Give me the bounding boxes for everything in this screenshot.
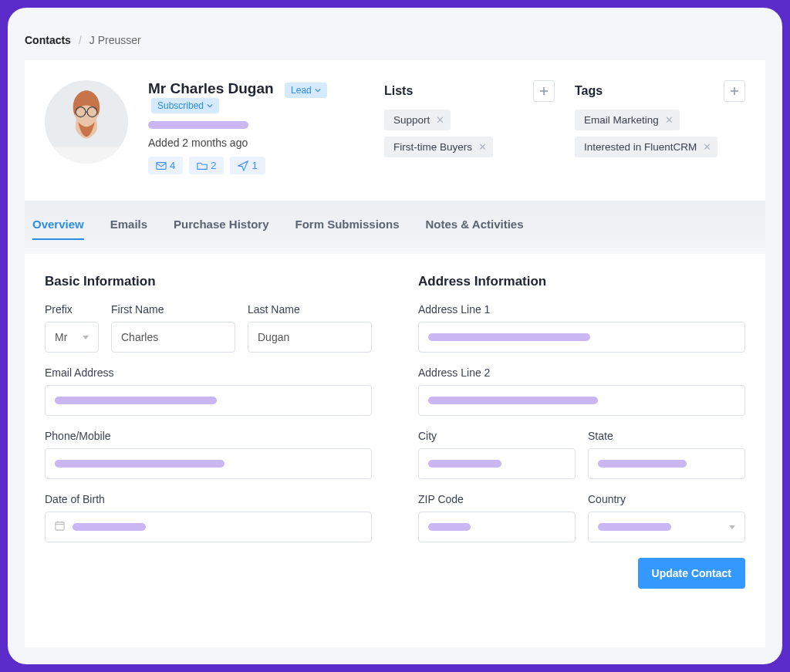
plus-icon: [730, 86, 739, 96]
tab-form-submissions[interactable]: Form Submissions: [295, 218, 399, 240]
avatar: [45, 80, 128, 164]
basic-info-heading: Basic Information: [45, 274, 372, 289]
remove-tag-icon[interactable]: ✕: [703, 141, 711, 153]
chevron-down-icon: [207, 103, 213, 109]
city-label: City: [418, 430, 576, 442]
form-panel: Basic Information Prefix Mr First Name C…: [25, 254, 765, 647]
country-label: Country: [588, 493, 745, 505]
contact-type-label: Lead: [291, 85, 312, 96]
contact-type-pill[interactable]: Lead: [285, 83, 327, 98]
state-input[interactable]: [588, 448, 745, 479]
stat-chips: 4 2 1: [148, 157, 364, 174]
email-value-placeholder: [55, 397, 217, 404]
country-value-placeholder: [598, 523, 671, 531]
last-name-label: Last Name: [248, 303, 372, 316]
list-tag: Support ✕: [384, 110, 451, 130]
tab-overview[interactable]: Overview: [32, 218, 84, 240]
email-label: Email Address: [45, 366, 372, 379]
address1-value-placeholder: [428, 333, 590, 341]
city-input[interactable]: [418, 448, 576, 479]
add-list-button[interactable]: [533, 80, 555, 102]
prefix-select[interactable]: Mr: [45, 322, 99, 353]
svg-rect-0: [53, 147, 120, 164]
dob-label: Date of Birth: [45, 493, 372, 505]
tags-heading: Tags: [575, 84, 603, 98]
address1-label: Address Line 1: [418, 303, 745, 316]
email-input[interactable]: [45, 385, 372, 416]
chevron-down-icon: [315, 87, 321, 93]
svg-rect-5: [56, 522, 64, 530]
dob-value-placeholder: [73, 523, 146, 531]
send-icon: [238, 160, 248, 171]
lists-section: Lists Support ✕ First-time Buyers ✕: [384, 80, 555, 174]
prefix-value: Mr: [55, 331, 67, 343]
lists-heading: Lists: [384, 84, 413, 98]
email-placeholder: [148, 121, 248, 129]
zip-value-placeholder: [428, 523, 471, 531]
calendar-icon: [55, 521, 65, 533]
list-label: First-time Buyers: [393, 141, 472, 153]
phone-input[interactable]: [45, 448, 372, 479]
list-tag: First-time Buyers ✕: [384, 137, 493, 157]
breadcrumb-current: J Preusser: [89, 34, 141, 46]
stat-folders[interactable]: 2: [189, 157, 224, 174]
address-info-heading: Address Information: [418, 274, 745, 289]
remove-tag-icon[interactable]: ✕: [665, 114, 674, 126]
stat-emails[interactable]: 4: [148, 157, 183, 174]
basic-info-section: Basic Information Prefix Mr First Name C…: [45, 274, 372, 589]
address1-input[interactable]: [418, 322, 745, 353]
first-name-value: Charles: [121, 331, 158, 343]
address2-input[interactable]: [418, 385, 745, 416]
phone-value-placeholder: [55, 460, 225, 468]
tag-label: Email Marketing: [584, 114, 659, 126]
list-label: Support: [393, 114, 430, 126]
avatar-illustration: [53, 80, 120, 164]
tag-label: Interested in FluentCRM: [584, 141, 697, 153]
contact-status-label: Subscribed: [157, 100, 204, 111]
last-name-input[interactable]: Dugan: [248, 322, 372, 353]
dob-input[interactable]: [45, 512, 372, 542]
breadcrumb-root[interactable]: Contacts: [25, 34, 71, 46]
state-value-placeholder: [598, 460, 687, 468]
tag-item: Email Marketing ✕: [575, 110, 680, 130]
tab-notes-activities[interactable]: Notes & Activities: [426, 218, 524, 240]
profile-summary: Mr Charles Dugan Lead Subscribed Added 2…: [148, 80, 364, 174]
address2-label: Address Line 2: [418, 366, 745, 379]
contact-header: Mr Charles Dugan Lead Subscribed Added 2…: [25, 60, 765, 201]
envelope-icon: [156, 160, 167, 171]
last-name-value: Dugan: [258, 331, 289, 343]
added-date: Added 2 months ago: [148, 137, 364, 149]
address-info-section: Address Information Address Line 1 Addre…: [418, 274, 745, 589]
city-value-placeholder: [428, 460, 501, 468]
stat-emails-count: 4: [170, 160, 175, 171]
tab-bar: Overview Emails Purchase History Form Su…: [25, 201, 765, 248]
remove-list-icon[interactable]: ✕: [436, 114, 444, 126]
contact-name: Mr Charles Dugan: [148, 80, 274, 97]
first-name-label: First Name: [111, 303, 235, 316]
address2-value-placeholder: [428, 397, 598, 404]
breadcrumb-separator: /: [79, 34, 82, 46]
tab-purchase-history[interactable]: Purchase History: [174, 218, 268, 240]
stat-folders-count: 2: [211, 160, 216, 171]
first-name-input[interactable]: Charles: [111, 322, 235, 353]
remove-list-icon[interactable]: ✕: [478, 141, 487, 153]
phone-label: Phone/Mobile: [45, 430, 372, 442]
add-tag-button[interactable]: [724, 80, 745, 102]
plus-icon: [539, 86, 549, 96]
prefix-label: Prefix: [45, 303, 99, 316]
contact-status-pill[interactable]: Subscribed: [151, 98, 219, 113]
country-select[interactable]: [588, 512, 745, 542]
zip-label: ZIP Code: [418, 493, 576, 505]
stat-sends[interactable]: 1: [230, 157, 265, 174]
update-contact-button[interactable]: Update Contact: [638, 558, 745, 589]
zip-input[interactable]: [418, 512, 576, 542]
folder-icon: [197, 160, 208, 171]
stat-sends-count: 1: [252, 160, 257, 171]
state-label: State: [588, 430, 745, 442]
tab-emails[interactable]: Emails: [110, 218, 147, 240]
svg-rect-4: [157, 162, 166, 169]
breadcrumb: Contacts / J Preusser: [25, 25, 765, 60]
tags-section: Tags Email Marketing ✕ Interested in Flu…: [575, 80, 745, 174]
tag-item: Interested in FluentCRM ✕: [575, 137, 717, 157]
